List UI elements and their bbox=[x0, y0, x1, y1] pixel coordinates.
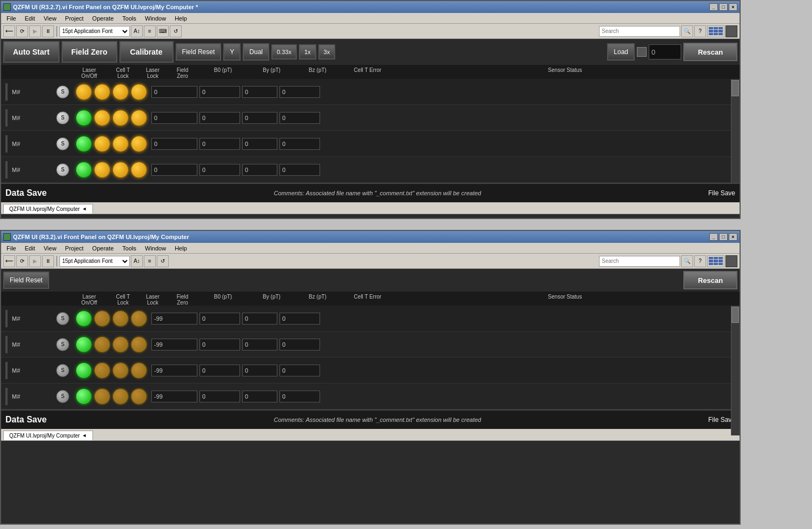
tab-qzfm-bottom[interactable]: QZFM UI.lvproj/My Computer ◄ bbox=[3, 431, 93, 440]
led-laser-on-2[interactable] bbox=[76, 110, 91, 125]
menu-edit[interactable]: Edit bbox=[21, 14, 39, 23]
b0-val-2[interactable] bbox=[151, 112, 197, 124]
led-cell-t-1[interactable] bbox=[95, 84, 110, 100]
tab-qzfm-top[interactable]: QZFM UI.lvproj/My Computer ◄ bbox=[3, 204, 93, 214]
bottom-led-laser-on-1[interactable] bbox=[76, 311, 91, 326]
led-laser-lock-4[interactable] bbox=[113, 162, 128, 177]
menu-help[interactable]: Help bbox=[170, 14, 191, 23]
led-laser-on-3[interactable] bbox=[76, 136, 91, 151]
led-laser-on-4[interactable] bbox=[76, 162, 91, 177]
bottom-led-field-zero-3[interactable] bbox=[131, 363, 147, 378]
top-scrollbar[interactable] bbox=[731, 79, 740, 183]
zoom-033-button[interactable]: 0.33x bbox=[271, 44, 297, 59]
zoom-1-button[interactable]: 1x bbox=[299, 44, 316, 59]
bz-val-1[interactable] bbox=[242, 86, 277, 98]
bottom-menu-help[interactable]: Help bbox=[170, 244, 191, 253]
bottom-menu-edit[interactable]: Edit bbox=[21, 244, 39, 253]
s-button-1[interactable]: S bbox=[56, 85, 69, 98]
bottom-by-val-1[interactable] bbox=[199, 313, 240, 325]
load-checkbox[interactable] bbox=[637, 47, 647, 57]
bottom-led-laser-on-4[interactable] bbox=[76, 389, 91, 404]
bz-val-4[interactable] bbox=[242, 164, 277, 176]
menu-window[interactable]: Window bbox=[141, 14, 170, 23]
bottom-search-input[interactable] bbox=[602, 258, 667, 264]
s-button-3[interactable]: S bbox=[56, 137, 69, 150]
bottom-b0-val-3[interactable] bbox=[151, 365, 197, 376]
bottom-led-cell-t-3[interactable] bbox=[95, 363, 110, 378]
bottom-menu-view[interactable]: View bbox=[39, 244, 61, 253]
bottom-bz-val-4[interactable] bbox=[242, 391, 277, 402]
bottom-menu-project[interactable]: Project bbox=[61, 244, 88, 253]
top-scrollbar-thumb[interactable] bbox=[731, 80, 739, 96]
bottom-led-laser-on-3[interactable] bbox=[76, 363, 91, 378]
bottom-by-val-2[interactable] bbox=[199, 339, 240, 351]
bottom-s-button-1[interactable]: S bbox=[56, 312, 69, 325]
led-laser-lock-1[interactable] bbox=[113, 84, 128, 100]
b0-val-3[interactable] bbox=[151, 138, 197, 150]
field-zero-button[interactable]: Field Zero bbox=[62, 41, 117, 63]
bottom-led-laser-lock-1[interactable] bbox=[113, 311, 128, 326]
bottom-led-cell-t-1[interactable] bbox=[95, 311, 110, 326]
bottom-menu-window[interactable]: Window bbox=[141, 244, 170, 253]
minimize-button[interactable]: _ bbox=[709, 3, 718, 11]
bottom-bz-val-1[interactable] bbox=[242, 313, 277, 325]
bottom-field-reset-button[interactable]: Field Reset bbox=[3, 272, 49, 289]
tb1[interactable]: A↕ bbox=[131, 25, 143, 37]
fwd-btn[interactable]: ⟳ bbox=[16, 25, 28, 37]
bottom-cell-t-err-1[interactable] bbox=[279, 313, 320, 325]
b0-val-4[interactable] bbox=[151, 164, 197, 176]
bottom-led-laser-lock-4[interactable] bbox=[113, 389, 128, 404]
by-val-2[interactable] bbox=[199, 112, 240, 124]
bottom-pause-btn[interactable]: ⏸ bbox=[42, 255, 54, 267]
bottom-by-val-3[interactable] bbox=[199, 365, 240, 376]
load-button[interactable]: Load bbox=[607, 43, 635, 61]
bottom-menu-file[interactable]: File bbox=[2, 244, 21, 253]
bottom-s-button-2[interactable]: S bbox=[56, 338, 69, 351]
bottom-bz-val-3[interactable] bbox=[242, 365, 277, 376]
pause-btn[interactable]: ⏸ bbox=[42, 25, 54, 37]
cell-t-err-2[interactable] bbox=[279, 112, 320, 124]
by-val-3[interactable] bbox=[199, 138, 240, 150]
bottom-tb1[interactable]: A↕ bbox=[131, 255, 143, 267]
tb4[interactable]: ↺ bbox=[170, 25, 182, 37]
s-button-2[interactable]: S bbox=[56, 111, 69, 124]
bottom-bz-val-2[interactable] bbox=[242, 339, 277, 351]
top-file-save-button[interactable]: File Save bbox=[708, 189, 735, 197]
bottom-minimize-button[interactable]: _ bbox=[709, 233, 718, 241]
by-val-1[interactable] bbox=[199, 86, 240, 98]
bottom-cell-t-err-3[interactable] bbox=[279, 365, 320, 376]
led-laser-lock-2[interactable] bbox=[113, 110, 128, 125]
cell-t-err-4[interactable] bbox=[279, 164, 320, 176]
bottom-led-cell-t-2[interactable] bbox=[95, 337, 110, 352]
by-val-4[interactable] bbox=[199, 164, 240, 176]
bottom-fwd-btn[interactable]: ⟳ bbox=[16, 255, 28, 267]
led-field-zero-1[interactable] bbox=[131, 84, 147, 100]
bottom-cell-t-err-2[interactable] bbox=[279, 339, 320, 351]
bottom-tb2[interactable]: ≡ bbox=[144, 255, 156, 267]
bottom-b0-val-4[interactable] bbox=[151, 391, 197, 402]
bz-val-2[interactable] bbox=[242, 112, 277, 124]
bz-val-3[interactable] bbox=[242, 138, 277, 150]
bottom-back-btn[interactable]: ⟵ bbox=[3, 255, 15, 267]
rescan-button[interactable]: Rescan bbox=[683, 43, 737, 61]
bottom-led-cell-t-4[interactable] bbox=[95, 389, 110, 404]
field-reset-button[interactable]: Field Reset bbox=[176, 43, 222, 61]
run-btn[interactable]: ▶ bbox=[29, 25, 41, 37]
bottom-by-val-4[interactable] bbox=[199, 391, 240, 402]
auto-start-button[interactable]: Auto Start bbox=[3, 41, 59, 63]
bottom-led-laser-on-2[interactable] bbox=[76, 337, 91, 352]
bottom-led-field-zero-1[interactable] bbox=[131, 311, 147, 326]
led-laser-on-1[interactable] bbox=[76, 84, 91, 100]
search-icon[interactable]: 🔍 bbox=[681, 25, 693, 37]
led-cell-t-4[interactable] bbox=[95, 162, 110, 177]
bottom-maximize-button[interactable]: □ bbox=[719, 233, 728, 241]
bottom-menu-operate[interactable]: Operate bbox=[88, 244, 118, 253]
bottom-scrollbar[interactable] bbox=[731, 306, 740, 435]
led-field-zero-3[interactable] bbox=[131, 136, 147, 151]
bottom-led-field-zero-2[interactable] bbox=[131, 337, 147, 352]
bottom-rescan-button[interactable]: Rescan bbox=[683, 271, 737, 289]
menu-view[interactable]: View bbox=[39, 14, 61, 23]
bottom-b0-val-2[interactable] bbox=[151, 339, 197, 351]
y-button[interactable]: Y bbox=[223, 43, 241, 61]
bottom-scrollbar-thumb[interactable] bbox=[731, 307, 739, 323]
